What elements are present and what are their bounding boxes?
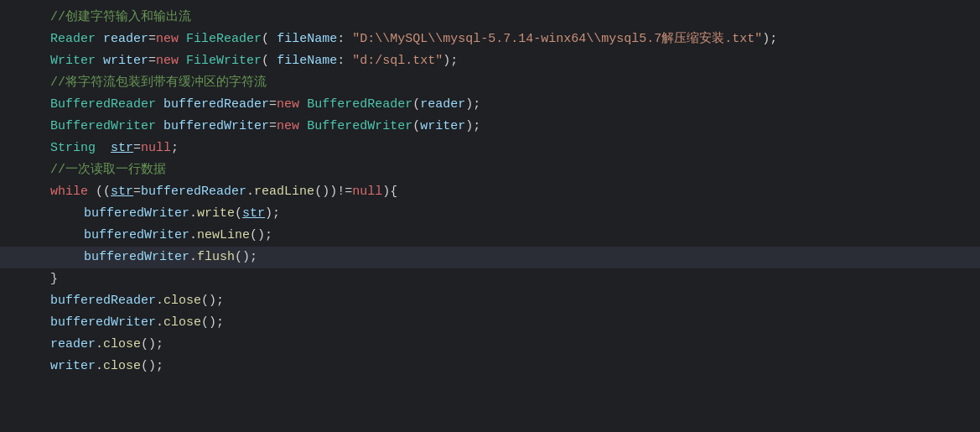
op-eq4: = (269, 117, 277, 137)
close4: ); (465, 117, 480, 137)
code-line-while: while (( str = bufferedReader . readLine… (0, 181, 980, 203)
close2: ); (443, 51, 458, 71)
paren5: ())!= (314, 182, 352, 202)
space9 (96, 138, 111, 159)
space5 (156, 95, 163, 115)
op-assign: = (133, 182, 141, 202)
var-br-while: bufferedReader (141, 182, 246, 202)
space10: (( (88, 182, 111, 202)
var-bw-flush: bufferedWriter (84, 247, 189, 268)
code-editor: //创建字符输入和输出流 Reader reader = new FileRea… (0, 0, 980, 432)
space2 (179, 29, 186, 49)
code-line-reader-close: reader . close (); (0, 334, 980, 356)
type-buffered-reader: BufferedReader (50, 95, 156, 115)
code-line-write: bufferedWriter . write ( str ); (0, 203, 980, 225)
close9: (); (201, 313, 224, 333)
kw-new4: new (277, 117, 299, 137)
var-writer-close: writer (50, 357, 96, 377)
var-bw-write: bufferedWriter (84, 204, 189, 224)
code-line-bw-close: bufferedWriter . close (); (0, 312, 980, 334)
code-line-br-close: bufferedReader . close (); (0, 290, 980, 312)
paren1: ( (262, 29, 277, 49)
var-reader-close: reader (50, 335, 96, 355)
space3 (96, 51, 103, 71)
code-line-writer-close: writer . close (); (0, 356, 980, 377)
close8: (); (201, 291, 224, 311)
arg-reader1: reader (420, 95, 465, 115)
brace-close: } (50, 269, 58, 289)
dot3: . (189, 226, 197, 246)
dot8: . (96, 357, 103, 377)
dot4: . (189, 247, 197, 268)
type-filereader: FileReader (186, 29, 262, 49)
method-newline: newLine (197, 226, 250, 246)
var-reader: reader (103, 29, 148, 49)
code-line-comment1: //创建字符输入和输出流 (0, 7, 980, 29)
code-line-string-decl: String str = null ; (0, 138, 980, 159)
op-eq5: = (133, 138, 141, 159)
var-buffered-writer: bufferedWriter (163, 117, 269, 137)
comment-text-1: //创建字符输入和输出流 (50, 8, 191, 28)
colon1: : (337, 29, 352, 49)
colon2: : (337, 51, 352, 71)
method-br-close: close (163, 291, 201, 311)
string-path2: "d:/sql.txt" (352, 51, 443, 71)
code-line-close-brace: } (0, 268, 980, 290)
close7: (); (235, 247, 257, 268)
kw-new1: new (156, 29, 179, 49)
semi1: ; (171, 138, 179, 159)
close6: (); (250, 226, 272, 246)
close5: ); (265, 204, 280, 224)
code-line-flush: bufferedWriter . flush (); (0, 247, 980, 268)
op-eq: = (148, 29, 156, 49)
var-buffered-reader: bufferedReader (163, 95, 269, 115)
close1: ); (762, 29, 777, 49)
paren2: ( (262, 51, 277, 71)
space7 (156, 117, 163, 137)
method-bw-close: close (163, 313, 201, 333)
kw-null2: null (352, 182, 382, 202)
close3: ); (465, 95, 480, 115)
dot6: . (156, 313, 163, 333)
dot2: . (189, 204, 197, 224)
space4 (179, 51, 186, 71)
comment-text-2: //将字符流包装到带有缓冲区的字符流 (50, 73, 267, 93)
paren4: ( (412, 117, 420, 137)
type-filewriter: FileWriter (186, 51, 262, 71)
code-line-buffered-reader: BufferedReader bufferedReader = new Buff… (0, 94, 980, 116)
code-line-buffered-writer: BufferedWriter bufferedWriter = new Buff… (0, 116, 980, 138)
type-reader: Reader (50, 29, 96, 49)
var-writer: writer (103, 51, 148, 71)
var-str-write: str (242, 204, 265, 224)
type-buffered-writer: BufferedWriter (50, 117, 156, 137)
code-line-newline: bufferedWriter . newLine (); (0, 225, 980, 247)
op-eq3: = (269, 95, 277, 115)
var-str-while: str (111, 182, 133, 202)
code-line-comment3: //一次读取一行数据 (0, 159, 980, 181)
param-filename1: fileName (277, 29, 337, 49)
code-line-comment2: //将字符流包装到带有缓冲区的字符流 (0, 72, 980, 94)
method-readline: readLine (254, 182, 314, 202)
code-line-writer: Writer writer = new FileWriter ( fileNam… (0, 50, 980, 72)
close11: (); (141, 357, 163, 377)
paren3: ( (412, 95, 420, 115)
close10: (); (141, 335, 163, 355)
dot7: . (96, 335, 103, 355)
code-line-reader: Reader reader = new FileReader ( fileNam… (0, 29, 980, 50)
method-write: write (197, 204, 235, 224)
type-string: String (50, 138, 96, 159)
kw-new3: new (277, 95, 299, 115)
brace-open: ){ (382, 182, 397, 202)
type-writer: Writer (50, 51, 96, 71)
comment-text-3: //一次读取一行数据 (50, 160, 166, 180)
method-writer-close: close (103, 357, 141, 377)
var-str1: str (111, 138, 133, 159)
var-br-close: bufferedReader (50, 291, 156, 311)
kw-while: while (50, 182, 88, 202)
type-br-new: BufferedReader (307, 95, 412, 115)
param-filename2: fileName (277, 51, 337, 71)
dot1: . (246, 182, 254, 202)
string-path1: "D:\\MySQL\\mysql-5.7.14-winx64\\mysql5.… (352, 29, 762, 49)
kw-null: null (141, 138, 171, 159)
arg-writer1: writer (420, 117, 465, 137)
